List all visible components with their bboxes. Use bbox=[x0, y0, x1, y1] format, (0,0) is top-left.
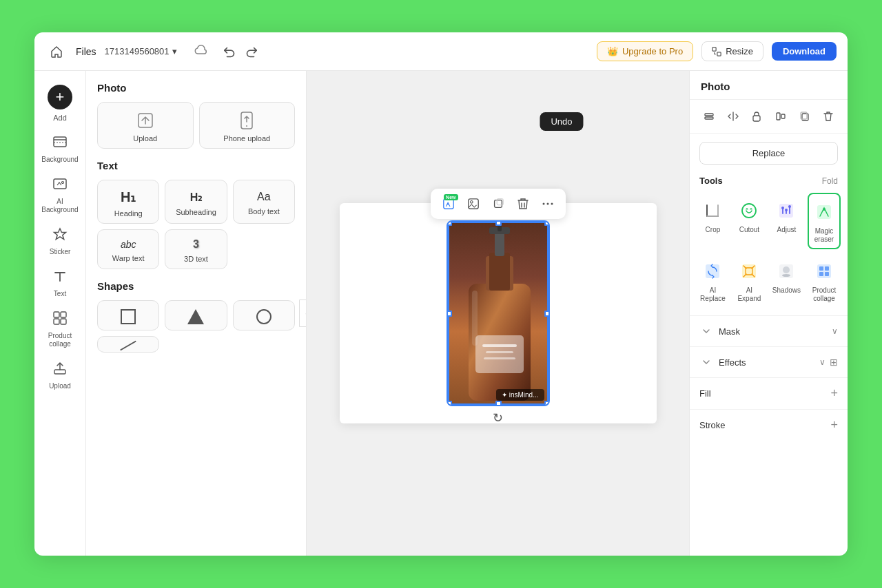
shape-triangle-card[interactable] bbox=[165, 300, 227, 330]
upgrade-button[interactable]: 👑 Upgrade to Pro bbox=[597, 41, 693, 61]
shape-square-card[interactable] bbox=[97, 300, 159, 330]
undo-icon bbox=[223, 44, 238, 59]
cutout-tool[interactable]: Cutout bbox=[733, 193, 766, 249]
square-shape bbox=[121, 309, 136, 324]
crop-tool[interactable]: Crop bbox=[697, 193, 729, 249]
fill-section[interactable]: Fill + bbox=[690, 377, 848, 409]
selection-box bbox=[448, 222, 548, 405]
fold-button[interactable]: Fold bbox=[822, 176, 838, 186]
photo-grid: Upload Phone upload bbox=[97, 102, 295, 149]
heading-card[interactable]: H₁ Heading bbox=[97, 180, 159, 224]
handle-br[interactable] bbox=[544, 401, 550, 406]
handle-bm[interactable] bbox=[495, 401, 502, 406]
text-icon bbox=[52, 269, 68, 287]
3d-text-card[interactable]: 3 3D text bbox=[165, 229, 227, 269]
svg-marker-5 bbox=[54, 229, 66, 240]
resize-button[interactable]: Resize bbox=[701, 41, 763, 61]
upload-card[interactable]: Upload bbox=[97, 102, 194, 149]
ai-tool-button[interactable]: New bbox=[438, 193, 460, 215]
flip-icon[interactable] bbox=[724, 107, 743, 126]
tools-header: Tools Fold bbox=[690, 173, 848, 193]
svg-rect-1 bbox=[717, 52, 721, 55]
sidebar-item-sticker[interactable]: Sticker bbox=[39, 221, 81, 260]
cutout-icon bbox=[737, 198, 761, 223]
redo-button[interactable] bbox=[243, 44, 258, 59]
rotate-handle[interactable]: ↻ bbox=[493, 410, 503, 426]
svg-point-46 bbox=[823, 208, 825, 211]
replace-button[interactable]: Replace bbox=[699, 142, 838, 165]
handle-tl[interactable] bbox=[447, 220, 452, 226]
svg-point-42 bbox=[781, 207, 784, 209]
duplicate-button[interactable] bbox=[487, 193, 509, 215]
right-panel-title: Photo bbox=[690, 71, 848, 100]
download-button[interactable]: Download bbox=[772, 42, 837, 61]
product-collage-tool-icon bbox=[812, 259, 837, 284]
svg-point-52 bbox=[782, 274, 790, 277]
handle-tm[interactable] bbox=[495, 220, 502, 226]
svg-rect-34 bbox=[705, 117, 713, 119]
ai-expand-tool[interactable]: AI Expand bbox=[733, 253, 766, 307]
background-icon bbox=[52, 134, 68, 153]
handle-bl[interactable] bbox=[447, 401, 452, 406]
handle-ml[interactable] bbox=[447, 311, 452, 317]
svg-point-16 bbox=[470, 201, 473, 204]
svg-point-43 bbox=[785, 209, 788, 211]
stroke-section[interactable]: Stroke + bbox=[690, 409, 848, 441]
product-collage-tool[interactable]: Product collage bbox=[808, 253, 841, 307]
shape-line-card[interactable] bbox=[97, 336, 159, 353]
svg-rect-57 bbox=[825, 272, 829, 276]
effects-section[interactable]: Effects ∨ ⊞ bbox=[690, 346, 848, 377]
fill-add-icon[interactable]: + bbox=[830, 386, 838, 401]
svg-rect-54 bbox=[819, 266, 823, 271]
delete-icon[interactable] bbox=[819, 107, 838, 126]
sidebar-item-background[interactable]: Background bbox=[39, 129, 81, 168]
copy-icon[interactable] bbox=[794, 107, 814, 126]
svg-point-19 bbox=[542, 203, 544, 205]
effects-settings-icon[interactable]: ⊞ bbox=[830, 357, 838, 368]
layers-icon[interactable] bbox=[699, 107, 719, 126]
sidebar-item-ai-background[interactable]: AI Background bbox=[39, 171, 81, 218]
align-icon[interactable] bbox=[771, 107, 790, 126]
subheading-card[interactable]: H₂ Subheading bbox=[165, 180, 227, 224]
svg-rect-37 bbox=[781, 114, 785, 118]
sidebar-item-product-collage[interactable]: Product collage bbox=[39, 305, 81, 353]
ai-expand-icon bbox=[737, 259, 761, 284]
svg-rect-47 bbox=[706, 264, 719, 278]
undo-button[interactable] bbox=[223, 44, 238, 59]
panel-collapse-button[interactable]: ‹ bbox=[299, 300, 307, 327]
sidebar-item-text[interactable]: Text bbox=[39, 263, 81, 302]
svg-point-51 bbox=[783, 266, 790, 273]
svg-rect-2 bbox=[54, 137, 66, 147]
home-button[interactable] bbox=[45, 41, 68, 63]
resize-icon bbox=[712, 47, 721, 56]
handle-mr[interactable] bbox=[544, 311, 550, 317]
sidebar-item-upload[interactable]: Upload bbox=[39, 355, 81, 395]
lock-icon[interactable] bbox=[747, 107, 766, 126]
files-label: Files bbox=[76, 46, 96, 57]
svg-rect-15 bbox=[468, 199, 478, 209]
body-text-card[interactable]: Aa Body text bbox=[233, 180, 295, 224]
svg-point-21 bbox=[551, 203, 553, 205]
shape-circle-card[interactable] bbox=[233, 300, 295, 330]
selected-image-container[interactable]: New bbox=[447, 220, 550, 406]
canvas[interactable]: New bbox=[340, 203, 657, 423]
shadows-tool[interactable]: Shadows bbox=[770, 253, 803, 307]
adjust-tool[interactable]: Adjust bbox=[770, 193, 803, 249]
svg-rect-36 bbox=[777, 113, 780, 120]
more-options-button[interactable] bbox=[537, 193, 559, 215]
replace-image-button[interactable] bbox=[462, 193, 484, 215]
warp-text-card[interactable]: abc Warp text bbox=[97, 229, 159, 269]
handle-tr[interactable] bbox=[544, 220, 550, 226]
svg-rect-6 bbox=[54, 312, 59, 317]
mask-section[interactable]: Mask ∨ bbox=[690, 315, 848, 346]
add-button[interactable]: + Add bbox=[45, 79, 75, 126]
phone-upload-card[interactable]: Phone upload bbox=[199, 102, 296, 149]
delete-button[interactable] bbox=[512, 193, 534, 215]
filename-display[interactable]: 1713149560801 ▾ bbox=[105, 46, 177, 56]
ai-replace-tool[interactable]: AI Replace bbox=[697, 253, 729, 307]
text-title: Text bbox=[97, 160, 295, 171]
svg-rect-7 bbox=[61, 312, 66, 317]
effects-expand-icon: ∨ bbox=[819, 357, 825, 367]
magic-eraser-tool[interactable]: Magic eraser bbox=[808, 193, 841, 249]
stroke-add-icon[interactable]: + bbox=[830, 418, 838, 432]
